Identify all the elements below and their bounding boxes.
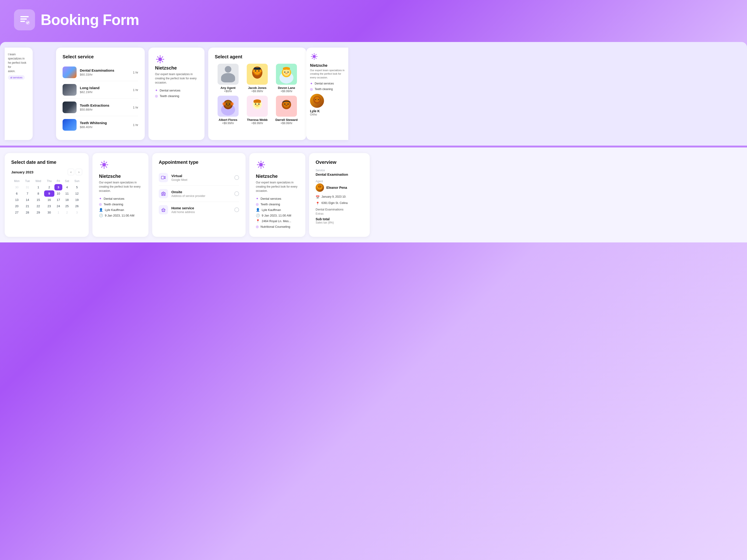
service-price-dental: $60.33/hr <box>80 73 130 76</box>
partial-right-agent-role: Ortho <box>310 113 344 116</box>
agent-avatar-darrell <box>276 96 297 117</box>
agent-price-any: +$0/hr <box>224 89 232 93</box>
agent-name-any: Any Agent <box>221 86 235 89</box>
svg-rect-72 <box>163 194 164 195</box>
appt-option-onsite[interactable]: Onsite Address of service provider <box>159 186 239 202</box>
service-thumb-dental <box>62 66 77 78</box>
svg-point-86 <box>319 186 319 187</box>
service-item-dental[interactable]: Dental Examinations $60.33/hr 1 hr <box>62 64 138 81</box>
calendar-day[interactable]: 6 <box>11 190 22 197</box>
ov-agent-row: Eleanor Pena <box>316 183 363 192</box>
calendar-day[interactable]: 2 <box>44 184 54 190</box>
calendar-day[interactable]: 5 <box>72 184 82 190</box>
svg-point-40 <box>258 104 259 105</box>
calendar-day[interactable]: 31 <box>22 184 32 190</box>
calendar-day[interactable]: 2 <box>62 209 72 216</box>
cal-header-thu: Thu <box>44 178 54 184</box>
service-item-whitening[interactable]: Teeth Whitening $88.40/hr 1 hr <box>62 116 138 133</box>
calendar-day[interactable]: 13 <box>11 197 22 203</box>
appt-option-virtual[interactable]: Virtual Google Meet <box>159 170 239 186</box>
calendar-day[interactable]: 4 <box>62 184 72 190</box>
calendar-day[interactable]: 9 <box>44 190 54 197</box>
calendar-day[interactable]: 25 <box>62 203 72 209</box>
calendar-day[interactable]: 3 <box>54 184 62 190</box>
service-item-tooth[interactable]: Tooth Extractions $50.88/hr 1 hr <box>62 99 138 116</box>
agent-item-jacob[interactable]: Jacob Jones +$9.99/hr <box>244 64 270 93</box>
calendar-day[interactable]: 11 <box>62 190 72 197</box>
calendar-day[interactable]: 28 <box>22 209 32 216</box>
calendar-day[interactable]: 30 <box>11 184 22 190</box>
diamond4-icon: ✦ <box>256 197 259 201</box>
svg-line-67 <box>106 167 107 167</box>
svg-point-31 <box>226 104 227 105</box>
svg-point-17 <box>258 71 259 72</box>
provider2-name: Nietzsche <box>99 174 142 179</box>
svg-line-53 <box>312 54 313 55</box>
calendar-day[interactable]: 29 <box>32 209 44 216</box>
svg-line-83 <box>258 167 259 167</box>
ov-tax: Sales tax (8%) <box>316 221 363 224</box>
service-price-tooth: $50.88/hr <box>80 108 130 111</box>
appt-radio-virtual[interactable] <box>234 175 239 180</box>
agent-item-albert[interactable]: Albert Flores +$9.99/hr <box>215 96 241 125</box>
appt-sublabel-onsite: Address of service provider <box>171 194 205 197</box>
agent-item-devon[interactable]: Devon Lane +$9.99/hr <box>273 64 300 93</box>
svg-rect-2 <box>20 21 25 22</box>
calendar-day[interactable]: 24 <box>54 203 62 209</box>
prev-month-button[interactable]: ‹ <box>68 169 74 175</box>
calendar-day[interactable]: 26 <box>72 203 82 209</box>
calendar-day[interactable]: 3 <box>72 209 82 216</box>
agent-item-darrell[interactable]: Darrell Steward +$9.99/hr <box>273 96 300 125</box>
calendar-day[interactable]: 27 <box>11 209 22 216</box>
calendar-day[interactable]: 12 <box>72 190 82 197</box>
calendar-day[interactable]: 23 <box>44 203 54 209</box>
calendar-day[interactable]: 18 <box>62 197 72 203</box>
tooth4-icon: ◎ <box>256 202 259 206</box>
calendar-day[interactable]: 8 <box>32 190 44 197</box>
calendar-day[interactable]: 1 <box>54 209 62 216</box>
calendar-day[interactable]: 21 <box>22 203 32 209</box>
service-price-whitening: $88.40/hr <box>80 125 130 129</box>
calendar-day[interactable]: 15 <box>32 197 44 203</box>
calendar-day[interactable]: 19 <box>72 197 82 203</box>
svg-point-25 <box>284 72 285 73</box>
calendar-day[interactable]: 7 <box>22 190 32 197</box>
calendar-day[interactable]: 10 <box>54 190 62 197</box>
overview-card: Overview Service Dental Examination Agen… <box>309 153 370 237</box>
service-item-long[interactable]: Long Island $82.19/hr 1 hr <box>62 81 138 99</box>
svg-rect-19 <box>254 68 261 70</box>
agents-grid: Any Agent +$0/hr <box>215 64 300 125</box>
calendar-day[interactable]: 1 <box>32 184 44 190</box>
svg-point-75 <box>259 163 263 167</box>
svg-point-21 <box>260 70 262 72</box>
svg-point-33 <box>227 105 229 106</box>
svg-line-12 <box>158 61 158 62</box>
service-info-whitening: Teeth Whitening $88.40/hr <box>80 121 130 129</box>
appt-info-home: Home service Add home address <box>171 206 195 214</box>
provider2-logo-icon <box>99 160 109 170</box>
appt-radio-home[interactable] <box>234 208 239 212</box>
agent-item-theresa[interactable]: Theresa Webb +$9.99/hr <box>244 96 270 125</box>
agent-avatar-theresa <box>247 96 268 117</box>
provider2-tag4: 🕐 9 Jan 2023, 11:00 AM <box>99 213 142 217</box>
agent-avatar-albert <box>217 96 238 117</box>
svg-point-41 <box>256 105 259 106</box>
next-month-button[interactable]: › <box>76 169 82 175</box>
appt-option-home[interactable]: Home service Add home address <box>159 202 239 218</box>
calendar-day[interactable]: 30 <box>44 209 54 216</box>
agent-name-jacob: Jacob Jones <box>248 86 266 89</box>
calendar-day[interactable]: 22 <box>32 203 44 209</box>
provider3-tag4: 🕐 9 Jan 2023, 11:00 AM <box>256 213 299 217</box>
agent-item-any[interactable]: Any Agent +$0/hr <box>215 64 241 93</box>
provider-right-logo-icon <box>310 52 318 61</box>
agent-avatar-jacob <box>247 64 268 85</box>
service-duration-tooth: 1 hr <box>133 106 138 109</box>
provider2-card: Nietzsche Our expert team specializes in… <box>93 153 149 237</box>
appt-radio-onsite[interactable] <box>234 191 239 196</box>
provider1-logo-icon <box>155 54 165 64</box>
cal-header-sat: Sat <box>62 178 72 184</box>
calendar-day[interactable]: 14 <box>22 197 32 203</box>
calendar-day[interactable]: 17 <box>54 197 62 203</box>
calendar-day[interactable]: 16 <box>44 197 54 203</box>
calendar-day[interactable]: 20 <box>11 203 22 209</box>
